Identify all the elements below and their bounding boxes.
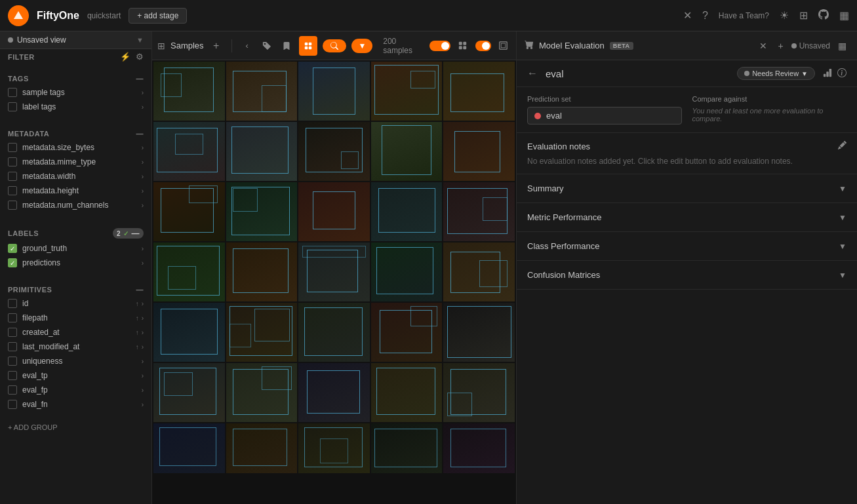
eval-close-button[interactable]: ✕ — [757, 38, 770, 54]
grid-image[interactable] — [153, 62, 225, 121]
grid-image[interactable] — [443, 182, 515, 241]
eval-back-button[interactable]: ← — [527, 68, 538, 79]
grid-image[interactable] — [371, 182, 443, 241]
id-checkbox[interactable] — [8, 299, 17, 308]
eval-notes-edit-button[interactable] — [838, 141, 847, 151]
grid-icon[interactable]: ⊞ — [799, 9, 808, 22]
grid-image[interactable] — [371, 423, 443, 473]
size-bytes-checkbox[interactable] — [8, 143, 17, 152]
info-icon[interactable] — [837, 68, 847, 79]
sidebar-item-size-bytes[interactable]: metadata.size_bytes › — [0, 140, 151, 155]
sidebar-item-label-tags[interactable]: label tags › — [0, 100, 151, 114]
metadata-collapse[interactable]: — — [136, 130, 144, 138]
close-icon[interactable]: ✕ — [683, 9, 692, 22]
summary-header[interactable]: Summary ▼ — [517, 174, 857, 203]
sidebar-toggle-icon[interactable]: ▦ — [839, 9, 849, 22]
last-modified-checkbox[interactable] — [8, 342, 17, 351]
grid-image[interactable] — [371, 363, 443, 422]
help-icon[interactable]: ? — [702, 10, 708, 22]
grid-image[interactable] — [298, 303, 370, 362]
filepath-checkbox[interactable] — [8, 313, 17, 322]
back-button[interactable]: ‹ — [240, 36, 254, 56]
height-checkbox[interactable] — [8, 186, 17, 195]
grid-image[interactable] — [298, 62, 370, 121]
grid-image[interactable] — [443, 242, 515, 301]
sample-tags-checkbox[interactable] — [8, 88, 17, 97]
grid-image[interactable] — [371, 62, 443, 121]
predictions-checkbox[interactable]: ✓ — [8, 258, 17, 267]
tags-collapse[interactable]: — — [136, 75, 144, 83]
grid-image[interactable] — [153, 423, 225, 473]
bookmark-button[interactable] — [279, 36, 294, 56]
chart-icon[interactable] — [823, 68, 832, 79]
label-tags-checkbox[interactable] — [8, 102, 17, 111]
grid-image[interactable] — [226, 303, 298, 362]
grid-image[interactable] — [226, 62, 298, 121]
class-performance-header[interactable]: Class Performance ▼ — [517, 232, 857, 260]
sidebar-item-ground-truth[interactable]: ✓ ground_truth › — [0, 241, 151, 256]
needs-review-status[interactable]: Needs Review ▼ — [737, 67, 815, 80]
grid-image[interactable] — [153, 242, 225, 301]
eval-fn-checkbox[interactable] — [8, 400, 17, 409]
search-button[interactable] — [323, 39, 346, 52]
filter-dropdown-button[interactable]: ▼ — [351, 39, 372, 53]
grid-image[interactable] — [443, 363, 515, 422]
view-selector[interactable]: Unsaved view ▼ — [0, 31, 151, 49]
sidebar-item-width[interactable]: metadata.width › — [0, 169, 151, 184]
sidebar-item-last-modified[interactable]: last_modified_at ↑ › — [0, 339, 151, 354]
view-toggle[interactable] — [475, 41, 491, 51]
grid-image[interactable] — [226, 242, 298, 301]
eval-tp-checkbox[interactable] — [8, 371, 17, 380]
eval-fp-checkbox[interactable] — [8, 385, 17, 395]
sidebar-item-uniqueness[interactable]: uniqueness › — [0, 354, 151, 368]
uniqueness-checkbox[interactable] — [8, 357, 17, 366]
grid-image[interactable] — [298, 182, 370, 241]
grid-image[interactable] — [298, 242, 370, 301]
primitives-collapse[interactable]: — — [136, 286, 144, 294]
view-grid-button[interactable]: ▦ — [835, 38, 849, 54]
sidebar-item-id[interactable]: id ↑ › — [0, 296, 151, 311]
github-icon[interactable] — [818, 9, 829, 22]
confusion-matrices-header[interactable]: Confusion Matrices ▼ — [517, 261, 857, 289]
ground-truth-checkbox[interactable]: ✓ — [8, 244, 17, 253]
metric-performance-header[interactable]: Metric Performance ▼ — [517, 203, 857, 231]
frame-button[interactable] — [496, 36, 511, 56]
sidebar-item-height[interactable]: metadata.height › — [0, 184, 151, 198]
sidebar-item-eval-fn[interactable]: eval_fn › — [0, 397, 151, 412]
grid-image[interactable] — [443, 122, 515, 181]
grid-image[interactable] — [153, 182, 225, 241]
grid-image[interactable] — [298, 122, 370, 181]
grid-image[interactable] — [226, 182, 298, 241]
grid-image[interactable] — [153, 363, 225, 422]
grid-image[interactable] — [371, 122, 443, 181]
grid-image[interactable] — [153, 122, 225, 181]
num-channels-checkbox[interactable] — [8, 201, 17, 210]
grid-image[interactable] — [443, 423, 515, 473]
grid-image[interactable] — [443, 62, 515, 121]
sidebar-item-mime-type[interactable]: metadata.mime_type › — [0, 155, 151, 169]
mime-type-checkbox[interactable] — [8, 157, 17, 166]
eval-add-button[interactable]: + — [775, 38, 786, 54]
sidebar-item-num-channels[interactable]: metadata.num_channels › — [0, 198, 151, 212]
created-at-checkbox[interactable] — [8, 328, 17, 337]
sidebar-item-eval-fp[interactable]: eval_fp › — [0, 383, 151, 397]
settings-icon[interactable]: ⚙ — [136, 52, 144, 62]
sidebar-item-eval-tp[interactable]: eval_tp › — [0, 368, 151, 383]
sun-icon[interactable]: ☀ — [780, 9, 789, 22]
grid-image[interactable] — [371, 242, 443, 301]
sidebar-item-created-at[interactable]: created_at ↑ › — [0, 325, 151, 339]
grid-image[interactable] — [153, 303, 225, 362]
sidebar-item-predictions[interactable]: ✓ predictions › — [0, 256, 151, 270]
progress-toggle-track[interactable] — [429, 41, 450, 51]
grid-image[interactable] — [371, 303, 443, 362]
grid-view-button[interactable] — [299, 36, 317, 56]
grid-image[interactable] — [226, 423, 298, 473]
tag-button[interactable] — [260, 36, 274, 56]
grid-image[interactable] — [298, 363, 370, 422]
labels-minus[interactable]: — — [132, 229, 140, 238]
add-group-button[interactable]: + ADD GROUP — [0, 417, 151, 438]
lightning-icon[interactable]: ⚡ — [120, 52, 130, 62]
add-tab-button[interactable]: + — [209, 36, 224, 56]
grid-image[interactable] — [443, 303, 515, 362]
add-stage-button[interactable]: + add stage — [129, 8, 187, 24]
